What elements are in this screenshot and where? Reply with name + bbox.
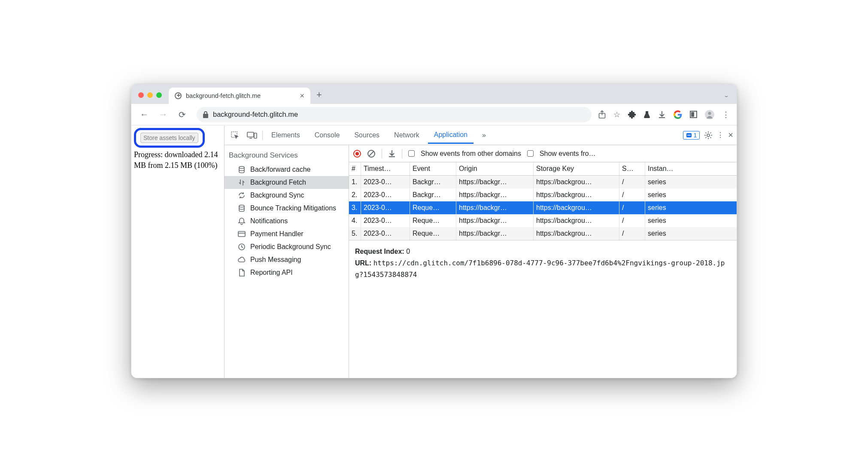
record-button[interactable]: [353, 150, 361, 158]
sidebar-item-notifications[interactable]: Notifications: [225, 215, 349, 228]
clear-icon[interactable]: [367, 149, 376, 158]
reading-list-icon[interactable]: [690, 111, 697, 118]
svg-point-10: [707, 134, 710, 137]
url-value: https://cdn.glitch.com/7f1b6896-078d-477…: [355, 259, 725, 279]
table-cell: Reque…: [410, 227, 456, 240]
table-cell: 1.: [349, 176, 361, 188]
globe-icon: [175, 92, 182, 99]
sidebar-item-label: Bounce Tracking Mitigations: [250, 204, 336, 212]
checkbox-show-events[interactable]: [527, 150, 534, 157]
table-cell: https://backgr…: [456, 201, 534, 214]
sidebar-item-back-forward-cache[interactable]: Back/forward cache: [225, 163, 349, 176]
checkbox-other-domains[interactable]: [408, 150, 415, 157]
tab-sources[interactable]: Sources: [348, 127, 385, 143]
close-tab-button[interactable]: ×: [300, 91, 304, 100]
table-cell: series: [645, 214, 697, 227]
col-event[interactable]: Event: [410, 162, 456, 175]
profile-icon[interactable]: [705, 110, 714, 119]
kebab-icon[interactable]: ⋮: [717, 131, 724, 139]
sidebar-item-periodic-sync[interactable]: Periodic Background Sync: [225, 240, 349, 253]
extensions-icon[interactable]: [628, 111, 636, 119]
minimize-window-button[interactable]: [147, 92, 153, 98]
menu-icon[interactable]: ⋮: [722, 110, 730, 119]
sidebar-item-payment-handler[interactable]: Payment Handler: [225, 228, 349, 240]
google-icon[interactable]: [674, 110, 682, 119]
svg-point-11: [239, 167, 244, 169]
new-tab-button[interactable]: +: [310, 89, 328, 104]
request-index-value: 0: [406, 248, 410, 255]
col-scope[interactable]: S…: [619, 162, 645, 175]
table-cell: Backgr…: [410, 188, 456, 201]
back-button[interactable]: ←: [137, 107, 152, 122]
table-cell: https://backgrou…: [534, 176, 619, 188]
table-row[interactable]: 5.2023-0…Reque…https://backgr…https://ba…: [349, 227, 737, 240]
tab-network[interactable]: Network: [388, 127, 425, 143]
fetch-icon: [237, 179, 246, 186]
close-window-button[interactable]: [138, 92, 144, 98]
address-bar[interactable]: background-fetch.glitch.me: [197, 107, 592, 122]
toolbar: ← → ⟳ background-fetch.glitch.me ☆ ⋮: [131, 104, 737, 125]
table-row[interactable]: 2.2023-0…Backgr…https://backgr…https://b…: [349, 188, 737, 201]
table-cell: https://backgr…: [456, 188, 534, 201]
tab-elements[interactable]: Elements: [265, 127, 306, 143]
table-cell: 4.: [349, 214, 361, 227]
col-timestamp[interactable]: Timest…: [361, 162, 410, 175]
application-sidebar: Background Services Back/forward cache B…: [225, 145, 349, 378]
window-controls: [131, 92, 169, 104]
table-row[interactable]: 1.2023-0…Backgr…https://backgr…https://b…: [349, 176, 737, 188]
tabs-overflow-button[interactable]: ⌄: [716, 91, 737, 104]
share-icon[interactable]: [598, 110, 606, 119]
inspect-icon[interactable]: [228, 128, 242, 142]
events-toolbar: Show events from other domains Show even…: [349, 145, 737, 162]
forward-button[interactable]: →: [155, 107, 171, 122]
table-cell: /: [619, 214, 645, 227]
table-row[interactable]: 3.2023-0…Reque…https://backgr…https://ba…: [349, 201, 737, 214]
settings-icon[interactable]: [704, 131, 713, 140]
svg-rect-7: [254, 133, 257, 138]
devtools-tabs: Elements Console Sources Network Applica…: [225, 125, 737, 145]
table-cell: series: [645, 188, 697, 201]
col-instance[interactable]: Instan…: [645, 162, 697, 175]
svg-point-12: [239, 205, 244, 207]
col-storage-key[interactable]: Storage Key: [534, 162, 619, 175]
sidebar-item-push-messaging[interactable]: Push Messaging: [225, 253, 349, 266]
sidebar-item-bounce-tracking[interactable]: Bounce Tracking Mitigations: [225, 202, 349, 215]
tab-application[interactable]: Application: [428, 127, 473, 144]
checkbox-label: Show events fro…: [540, 150, 596, 158]
col-number[interactable]: #: [349, 162, 361, 175]
toolbar-actions: ☆ ⋮: [598, 110, 731, 119]
lock-icon: [203, 111, 209, 118]
content-area: Store assets locally Progress: downloade…: [131, 125, 737, 378]
browser-tab[interactable]: background-fetch.glitch.me ×: [169, 88, 310, 104]
table-cell: 2023-0…: [361, 201, 410, 214]
sidebar-item-background-fetch[interactable]: Background Fetch: [225, 176, 349, 189]
cloud-icon: [237, 256, 246, 263]
table-cell: series: [645, 227, 697, 240]
table-cell: Backgr…: [410, 176, 456, 188]
svg-point-4: [708, 112, 711, 115]
table-cell: https://backgrou…: [534, 227, 619, 240]
bookmark-icon[interactable]: ☆: [613, 110, 620, 119]
database-icon: [237, 204, 246, 212]
device-toggle-icon[interactable]: [244, 129, 260, 142]
maximize-window-button[interactable]: [156, 92, 162, 98]
labs-icon[interactable]: [643, 111, 650, 119]
page-content: Store assets locally Progress: downloade…: [131, 125, 224, 378]
sidebar-item-background-sync[interactable]: Background Sync: [225, 189, 349, 202]
tab-console[interactable]: Console: [309, 127, 346, 143]
col-origin[interactable]: Origin: [456, 162, 534, 175]
events-table: # Timest… Event Origin Storage Key S… In…: [349, 162, 737, 240]
downloads-icon[interactable]: [658, 111, 666, 119]
store-assets-button[interactable]: Store assets locally: [140, 133, 198, 143]
more-tabs-button[interactable]: »: [476, 127, 492, 143]
url-label: URL:: [355, 259, 371, 267]
issues-badge[interactable]: 1: [683, 131, 700, 140]
sidebar-item-label: Reporting API: [250, 269, 293, 277]
close-devtools-button[interactable]: ×: [728, 130, 733, 140]
main-panel: Show events from other domains Show even…: [349, 145, 737, 378]
sidebar-item-reporting-api[interactable]: Reporting API: [225, 266, 349, 279]
document-icon: [237, 269, 246, 277]
table-row[interactable]: 4.2023-0…Reque…https://backgr…https://ba…: [349, 214, 737, 227]
reload-button[interactable]: ⟳: [174, 107, 190, 122]
download-icon[interactable]: [388, 150, 396, 158]
